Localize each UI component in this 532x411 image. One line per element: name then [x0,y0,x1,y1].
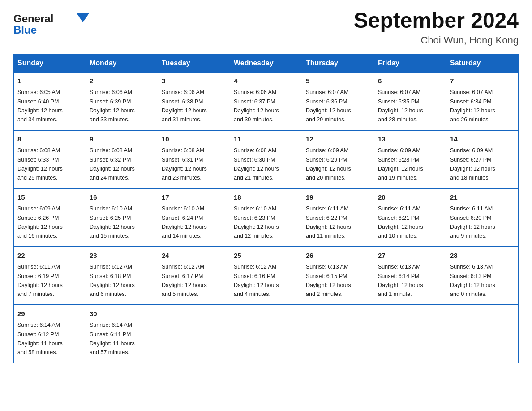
day-number: 13 [378,134,442,145]
day-cell [446,305,519,363]
day-number: 7 [450,76,515,86]
day-number: 1 [17,76,82,86]
day-cell: 25 Sunrise: 6:12 AMSunset: 6:16 PMDaylig… [230,247,302,305]
week-row-2: 8 Sunrise: 6:08 AMSunset: 6:33 PMDayligh… [14,130,519,188]
col-friday: Friday [374,54,446,72]
day-number: 17 [162,193,226,203]
day-cell: 6 Sunrise: 6:07 AMSunset: 6:35 PMDayligh… [374,72,446,130]
day-info: Sunrise: 6:07 AMSunset: 6:36 PMDaylight:… [306,89,351,123]
day-number: 8 [17,134,82,145]
logo-text: General Blue [13,9,90,38]
day-number: 28 [450,251,515,261]
day-cell: 21 Sunrise: 6:11 AMSunset: 6:20 PMDaylig… [446,188,519,247]
day-cell: 7 Sunrise: 6:07 AMSunset: 6:34 PMDayligh… [446,72,519,130]
day-number: 24 [162,251,226,261]
day-number: 23 [90,251,154,261]
day-cell: 27 Sunrise: 6:13 AMSunset: 6:14 PMDaylig… [374,247,446,305]
day-cell [230,305,302,363]
day-number: 22 [17,251,82,261]
svg-text:General: General [13,13,53,25]
day-number: 20 [378,193,442,203]
day-cell: 15 Sunrise: 6:09 AMSunset: 6:26 PMDaylig… [14,188,86,247]
days-of-week-row: Sunday Monday Tuesday Wednesday Thursday… [14,54,519,72]
day-cell: 20 Sunrise: 6:11 AMSunset: 6:21 PMDaylig… [374,188,446,247]
col-tuesday: Tuesday [158,54,230,72]
day-cell: 13 Sunrise: 6:09 AMSunset: 6:28 PMDaylig… [374,130,446,188]
day-info: Sunrise: 6:10 AMSunset: 6:25 PMDaylight:… [90,206,135,239]
day-cell: 8 Sunrise: 6:08 AMSunset: 6:33 PMDayligh… [14,130,86,188]
day-cell: 26 Sunrise: 6:13 AMSunset: 6:15 PMDaylig… [302,247,374,305]
page-header: General Blue September 2024 Choi Wun, Ho… [13,9,519,46]
day-number: 10 [162,134,226,145]
day-number: 19 [306,193,370,203]
day-cell: 28 Sunrise: 6:13 AMSunset: 6:13 PMDaylig… [446,247,519,305]
day-number: 14 [450,134,515,145]
calendar-table: Sunday Monday Tuesday Wednesday Thursday… [13,54,519,363]
day-info: Sunrise: 6:09 AMSunset: 6:27 PMDaylight:… [450,147,495,181]
day-number: 2 [90,76,154,86]
day-number: 6 [378,76,442,86]
day-info: Sunrise: 6:11 AMSunset: 6:22 PMDaylight:… [306,206,351,239]
day-cell: 17 Sunrise: 6:10 AMSunset: 6:24 PMDaylig… [158,188,230,247]
day-number: 25 [234,251,298,261]
col-saturday: Saturday [446,54,519,72]
logo: General Blue [13,9,90,38]
week-row-5: 29 Sunrise: 6:14 AMSunset: 6:12 PMDaylig… [14,305,519,363]
day-cell [374,305,446,363]
col-thursday: Thursday [302,54,374,72]
day-info: Sunrise: 6:06 AMSunset: 6:37 PMDaylight:… [234,89,279,123]
svg-text:Blue: Blue [13,24,37,36]
day-cell: 16 Sunrise: 6:10 AMSunset: 6:25 PMDaylig… [86,188,158,247]
day-info: Sunrise: 6:14 AMSunset: 6:11 PMDaylight:… [90,322,135,355]
day-info: Sunrise: 6:11 AMSunset: 6:20 PMDaylight:… [450,206,495,239]
title-area: September 2024 Choi Wun, Hong Kong [354,9,519,46]
day-info: Sunrise: 6:13 AMSunset: 6:15 PMDaylight:… [306,264,351,297]
day-info: Sunrise: 6:08 AMSunset: 6:32 PMDaylight:… [90,147,135,181]
day-cell: 4 Sunrise: 6:06 AMSunset: 6:37 PMDayligh… [230,72,302,130]
day-info: Sunrise: 6:05 AMSunset: 6:40 PMDaylight:… [17,89,63,123]
col-wednesday: Wednesday [230,54,302,72]
day-cell: 5 Sunrise: 6:07 AMSunset: 6:36 PMDayligh… [302,72,374,130]
day-info: Sunrise: 6:07 AMSunset: 6:34 PMDaylight:… [450,89,495,123]
month-title: September 2024 [354,9,519,33]
day-number: 15 [17,193,82,203]
day-info: Sunrise: 6:06 AMSunset: 6:38 PMDaylight:… [162,89,207,123]
week-row-1: 1 Sunrise: 6:05 AMSunset: 6:40 PMDayligh… [14,72,519,130]
day-cell: 1 Sunrise: 6:05 AMSunset: 6:40 PMDayligh… [14,72,86,130]
day-number: 16 [90,193,154,203]
day-info: Sunrise: 6:08 AMSunset: 6:31 PMDaylight:… [162,147,207,181]
day-cell: 2 Sunrise: 6:06 AMSunset: 6:39 PMDayligh… [86,72,158,130]
day-info: Sunrise: 6:12 AMSunset: 6:16 PMDaylight:… [234,264,279,297]
day-cell: 29 Sunrise: 6:14 AMSunset: 6:12 PMDaylig… [14,305,86,363]
day-info: Sunrise: 6:11 AMSunset: 6:21 PMDaylight:… [378,206,423,239]
day-cell: 18 Sunrise: 6:10 AMSunset: 6:23 PMDaylig… [230,188,302,247]
day-number: 12 [306,134,370,145]
day-info: Sunrise: 6:13 AMSunset: 6:13 PMDaylight:… [450,264,495,297]
day-number: 26 [306,251,370,261]
day-info: Sunrise: 6:12 AMSunset: 6:18 PMDaylight:… [90,264,135,297]
day-number: 21 [450,193,515,203]
day-cell: 22 Sunrise: 6:11 AMSunset: 6:19 PMDaylig… [14,247,86,305]
day-number: 29 [17,309,82,319]
day-info: Sunrise: 6:08 AMSunset: 6:33 PMDaylight:… [17,147,63,181]
svg-marker-1 [76,13,90,22]
col-monday: Monday [86,54,158,72]
day-cell [158,305,230,363]
week-row-3: 15 Sunrise: 6:09 AMSunset: 6:26 PMDaylig… [14,188,519,247]
day-number: 27 [378,251,442,261]
day-cell: 3 Sunrise: 6:06 AMSunset: 6:38 PMDayligh… [158,72,230,130]
day-cell: 12 Sunrise: 6:09 AMSunset: 6:29 PMDaylig… [302,130,374,188]
calendar-body: 1 Sunrise: 6:05 AMSunset: 6:40 PMDayligh… [14,72,519,363]
day-info: Sunrise: 6:10 AMSunset: 6:24 PMDaylight:… [162,206,207,239]
day-info: Sunrise: 6:10 AMSunset: 6:23 PMDaylight:… [234,206,279,239]
day-cell: 10 Sunrise: 6:08 AMSunset: 6:31 PMDaylig… [158,130,230,188]
calendar-header: Sunday Monday Tuesday Wednesday Thursday… [14,54,519,72]
day-cell [302,305,374,363]
day-info: Sunrise: 6:11 AMSunset: 6:19 PMDaylight:… [17,264,63,297]
day-info: Sunrise: 6:09 AMSunset: 6:26 PMDaylight:… [17,206,63,239]
day-info: Sunrise: 6:14 AMSunset: 6:12 PMDaylight:… [17,322,63,355]
day-info: Sunrise: 6:08 AMSunset: 6:30 PMDaylight:… [234,147,279,181]
day-cell: 9 Sunrise: 6:08 AMSunset: 6:32 PMDayligh… [86,130,158,188]
day-cell: 11 Sunrise: 6:08 AMSunset: 6:30 PMDaylig… [230,130,302,188]
week-row-4: 22 Sunrise: 6:11 AMSunset: 6:19 PMDaylig… [14,247,519,305]
